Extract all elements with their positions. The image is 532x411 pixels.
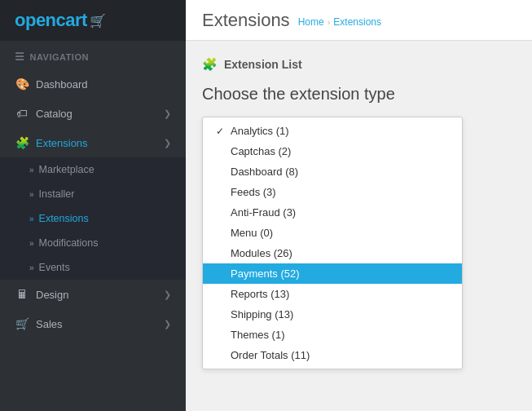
sidebar-item-design-label: Design xyxy=(36,289,157,301)
design-chevron-icon: ❯ xyxy=(164,289,171,300)
dropdown-item-label: Themes (1) xyxy=(231,329,284,341)
dropdown-item-label: Payments (52) xyxy=(231,267,300,280)
sidebar-item-extensions-label: Extensions xyxy=(36,137,157,149)
sales-icon: 🛒 xyxy=(15,317,29,330)
sidebar-item-dashboard-label: Dashboard xyxy=(36,78,171,91)
events-label: Events xyxy=(39,262,70,273)
dropdown-item-reports[interactable]: Reports (13) xyxy=(203,284,462,304)
puzzle-icon: 🧩 xyxy=(202,57,218,72)
dropdown-item-label: Feeds (3) xyxy=(231,186,276,198)
choose-extension-title: Choose the extension type xyxy=(202,85,516,104)
sidebar-item-extensions[interactable]: 🧩 Extensions ❯ xyxy=(0,128,186,157)
marketplace-label: Marketplace xyxy=(39,164,95,175)
sidebar-item-dashboard[interactable]: 🎨 Dashboard xyxy=(0,69,186,99)
sales-chevron-icon: ❯ xyxy=(164,319,171,329)
design-icon: 🖩 xyxy=(15,288,29,301)
dropdown-item-dashboard[interactable]: Dashboard (8) xyxy=(203,161,462,182)
dropdown-item-themes[interactable]: Themes (1) xyxy=(203,325,462,345)
topbar: Extensions Home › Extensions xyxy=(186,0,532,41)
breadcrumb-current[interactable]: Extensions xyxy=(333,16,381,28)
section-header: 🧩 Extension List xyxy=(202,57,516,72)
catalog-icon: 🏷 xyxy=(15,107,29,120)
nav-header-label: NAVIGATION xyxy=(30,52,89,62)
hamburger-icon: ☰ xyxy=(15,51,25,63)
extensions-submenu: » Marketplace » Installer » Extensions »… xyxy=(0,157,186,280)
dropdown-item-label: Captchas (2) xyxy=(231,145,291,157)
dropdown-item-captchas[interactable]: Captchas (2) xyxy=(203,141,462,161)
dropdown-item-payments[interactable]: Payments (52) xyxy=(203,263,462,284)
sidebar-item-catalog-label: Catalog xyxy=(36,108,157,120)
extension-type-dropdown[interactable]: ✓Analytics (1)Captchas (2)Dashboard (8)F… xyxy=(202,117,463,369)
dropdown-item-label: Analytics (1) xyxy=(231,125,289,137)
sidebar-item-design[interactable]: 🖩 Design ❯ xyxy=(0,280,186,309)
dropdown-item-label: Anti-Fraud (3) xyxy=(231,206,296,219)
content-area: 🧩 Extension List Choose the extension ty… xyxy=(186,41,532,411)
extensions-sub-label: Extensions xyxy=(39,213,89,224)
catalog-chevron-icon: ❯ xyxy=(164,108,171,119)
dropdown-item-label: Modules (26) xyxy=(231,247,292,259)
sidebar: opencart 🛒 ☰ NAVIGATION 🎨 Dashboard 🏷 Ca… xyxy=(0,0,186,411)
events-arrow-icon: » xyxy=(29,263,34,272)
logo-area: opencart 🛒 xyxy=(0,0,186,41)
sidebar-item-sales-label: Sales xyxy=(36,318,157,330)
dropdown-item-feeds[interactable]: Feeds (3) xyxy=(203,182,462,202)
sidebar-item-events[interactable]: » Events xyxy=(0,255,186,280)
breadcrumb-home[interactable]: Home xyxy=(298,16,324,28)
installer-label: Installer xyxy=(39,188,75,200)
extensions-chevron-icon: ❯ xyxy=(164,138,171,148)
installer-arrow-icon: » xyxy=(29,190,34,199)
sidebar-item-extensions-sub[interactable]: » Extensions xyxy=(0,206,186,231)
nav-header: ☰ NAVIGATION xyxy=(0,41,186,69)
sidebar-item-marketplace[interactable]: » Marketplace xyxy=(0,157,186,182)
marketplace-arrow-icon: » xyxy=(29,166,34,175)
dropdown-item-anti-fraud[interactable]: Anti-Fraud (3) xyxy=(203,202,462,223)
logo-text: opencart xyxy=(15,10,87,31)
check-icon: ✓ xyxy=(216,126,226,137)
dropdown-item-shipping[interactable]: Shipping (13) xyxy=(203,304,462,325)
dropdown-item-label: Shipping (13) xyxy=(231,308,293,320)
dropdown-item-menu[interactable]: Menu (0) xyxy=(203,223,462,243)
dropdown-item-analytics[interactable]: ✓Analytics (1) xyxy=(203,121,462,141)
modifications-label: Modifications xyxy=(39,237,99,249)
sidebar-item-installer[interactable]: » Installer xyxy=(0,182,186,206)
main-content: Extensions Home › Extensions 🧩 Extension… xyxy=(186,0,532,411)
dropdown-item-modules[interactable]: Modules (26) xyxy=(203,243,462,263)
dropdown-item-label: Dashboard (8) xyxy=(231,166,298,178)
extensions-icon: 🧩 xyxy=(15,136,29,149)
extensions-sub-arrow-icon: » xyxy=(29,214,34,223)
dropdown-item-label: Reports (13) xyxy=(231,288,289,300)
logo-icon: 🛒 xyxy=(90,13,106,29)
dashboard-icon: 🎨 xyxy=(15,77,29,91)
sidebar-item-sales[interactable]: 🛒 Sales ❯ xyxy=(0,309,186,338)
modifications-arrow-icon: » xyxy=(29,239,34,248)
dropdown-item-label: Order Totals (11) xyxy=(231,349,310,361)
section-header-label: Extension List xyxy=(224,58,302,71)
sidebar-item-catalog[interactable]: 🏷 Catalog ❯ xyxy=(0,99,186,128)
breadcrumb: Home › Extensions xyxy=(298,16,381,28)
sidebar-item-modifications[interactable]: » Modifications xyxy=(0,231,186,255)
dropdown-item-order-totals[interactable]: Order Totals (11) xyxy=(203,345,462,365)
page-title: Extensions xyxy=(202,10,290,31)
breadcrumb-separator: › xyxy=(328,17,331,27)
dropdown-item-label: Menu (0) xyxy=(231,227,273,239)
